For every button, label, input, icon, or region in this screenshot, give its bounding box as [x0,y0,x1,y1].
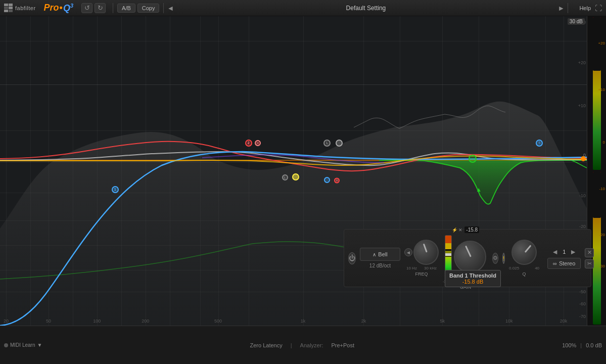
link-icon: ∞ [553,260,557,266]
gain-settings-button[interactable]: ⚙ [492,253,498,264]
stereo-button[interactable]: ∞ Stereo [547,258,581,269]
db-label-m60: -60 [579,301,586,306]
separator-1 [113,3,113,13]
freq-knob-group: ◄ 10 Hz 30 kHz FREQ [404,240,439,277]
gain-low-label: -30 [443,279,449,284]
grid-v-700hz [249,16,249,326]
freq-label-20: 20 [4,318,9,324]
q-range: 0.025 40 [509,266,539,270]
grid-v-150hz [121,16,122,326]
q-high-label: 40 [535,266,539,270]
separator-3 [568,3,568,13]
eq-node-5[interactable]: L [282,174,288,180]
eq-node-1[interactable]: 1 [112,186,119,193]
db-label-m20: -20 [579,224,586,229]
bottom-sep-2: | [580,342,582,348]
freq-knob-left-arrow[interactable]: ◄ [404,248,412,256]
scissor-button[interactable]: ✂ [585,259,594,268]
gain-alert-button[interactable]: ! [502,253,505,264]
gain-label: GAIN [460,285,471,290]
grid-v-400hz [200,16,201,326]
meter-bar-l-empty [593,17,601,71]
next-preset-button[interactable]: ► [558,4,565,12]
eq-node-5-far[interactable]: 5 [536,140,543,147]
help-button[interactable]: Help [579,5,591,11]
gain-fader-thumb[interactable] [445,253,452,256]
redo-button[interactable]: ↻ [95,3,106,13]
maximize-button[interactable]: ⛶ [595,4,602,12]
freq-low-label: 10 Hz [406,266,417,270]
grid-v-20hz [6,16,7,326]
filter-type-group: ∧ Bell 12 dB/oct [360,248,400,268]
freq-label-200: 200 [142,318,149,324]
meter-bar-l [593,17,601,170]
eq-node-3-group: L [327,143,343,150]
eq-node-2b[interactable]: R [255,140,261,146]
midi-dropdown-button[interactable]: ▼ [37,342,42,348]
logo-area: fabfilter [4,4,36,13]
alert-icon: ! [503,255,504,261]
band-prev-button[interactable]: ◄ [551,248,558,256]
eq-node-green[interactable] [469,155,477,163]
zero-latency-label[interactable]: Zero Latency [250,342,283,348]
eq-node-red2[interactable]: R [334,177,340,183]
gain-knob[interactable] [454,241,486,273]
band-power-button[interactable]: ⏻ [348,252,356,264]
freq-label-20k: 20k [560,318,568,324]
eq-node-green-group [469,155,477,163]
prev-preset-button[interactable]: ◄ [167,4,174,12]
grid-v-1k [303,16,304,326]
band-nav-group: ◄ 1 ► ∞ Stereo [547,248,581,269]
analyzer-label: Analyzer: [300,342,323,348]
eq-node-2[interactable]: 2 [245,140,252,147]
midi-indicator [4,343,8,347]
q-knob[interactable] [511,240,537,265]
bottom-center: Zero Latency | Analyzer: Pre+Post [42,342,562,348]
stereo-label: Stereo [559,260,575,266]
freq-knob-row: ◄ [404,240,439,265]
eq-node-yellow-group: L [285,177,299,184]
scissor-icon: ✂ [587,260,592,267]
q-knob-group: 0.025 40 Q [509,240,539,277]
settings-icon: ⚙ [493,255,498,261]
eq-node-4[interactable] [336,140,343,147]
gain-fader-track[interactable] [445,235,452,278]
db30-label: 30 dB [568,18,585,25]
analyzer-mode-label[interactable]: Pre+Post [331,342,354,348]
filter-type-label: Bell [378,251,387,257]
gain-group: ⚡ ✕ -15.8 -30 +30 [443,226,488,290]
gain-offset-label[interactable]: 0.0 dB [586,342,602,348]
filter-type-button[interactable]: ∧ Bell [360,248,400,261]
undo-button[interactable]: ↺ [81,3,92,13]
eq-node-blue2[interactable] [324,177,330,183]
band-next-button[interactable]: ► [570,248,577,256]
db-label-m10: -10 [579,193,586,198]
ab-button[interactable]: A/B [117,4,135,13]
eq-node-1-label: 1 [114,187,116,192]
logo-text: fabfilter [15,5,36,11]
separator-2 [163,3,164,13]
zoom-label[interactable]: 100% [562,342,576,348]
eq-node-2-label: 2 [248,141,250,145]
copy-button[interactable]: Copy [137,4,160,13]
filter-type-icon: ∧ [372,252,376,257]
eq-node-3[interactable]: L [323,140,331,147]
meter-bar-r-empty [593,172,601,218]
bottom-panel: MIDI Learn ▼ Zero Latency | Analyzer: Pr… [0,326,606,364]
db-label-p10: +10 [578,103,586,108]
close-band-button[interactable]: ✕ [585,248,594,257]
close-group: ✕ ✂ [585,248,594,268]
freq-label-5k: 5k [440,318,445,324]
db-label-p20: +20 [578,60,586,65]
product-q: Q3 [63,3,73,14]
eq-node-yellow[interactable] [292,173,299,180]
eq-node-blue-far: 5 [536,140,543,147]
band-num-display: 1 [561,249,568,255]
freq-label-500: 500 [214,318,222,324]
filter-slope-label: 12 dB/oct [369,263,391,268]
q-label: Q [523,271,526,277]
freq-label-1k: 1k [301,318,306,324]
midi-learn-label[interactable]: MIDI Learn [10,342,35,348]
freq-knob[interactable] [413,240,439,265]
eq-area[interactable]: 1 2 R L L R ▲ 5 [0,16,606,326]
